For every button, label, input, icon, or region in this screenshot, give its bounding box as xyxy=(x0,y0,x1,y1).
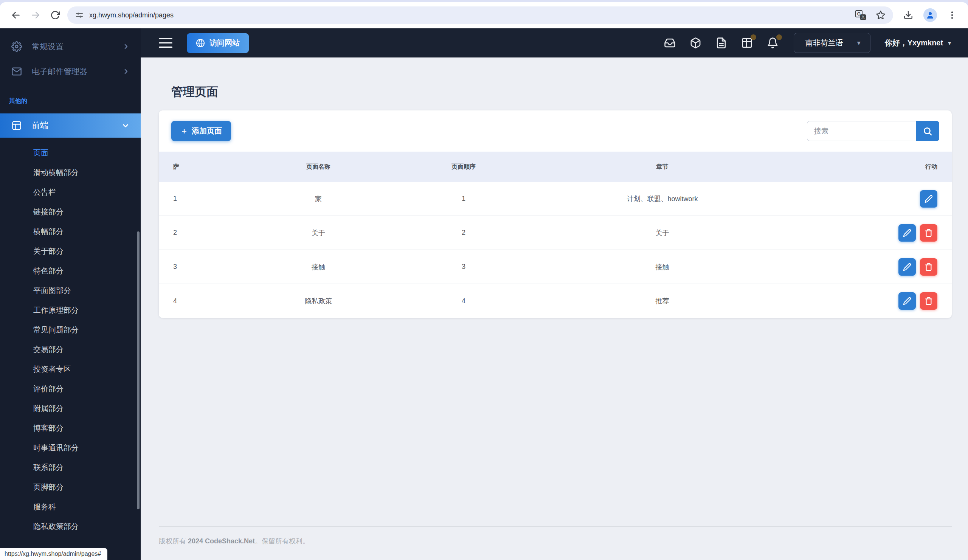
cell-sa: 2 xyxy=(173,229,250,237)
sidebar-subitem-1[interactable]: 滑动横幅部分 xyxy=(0,162,141,182)
edit-button[interactable] xyxy=(898,292,916,310)
sidebar-subitem-17[interactable]: 页脚部分 xyxy=(0,477,141,497)
download-icon[interactable] xyxy=(903,10,913,20)
sidebar-subitem-11[interactable]: 投资者专区 xyxy=(0,359,141,379)
content-spacer xyxy=(159,318,952,526)
sidebar-subitem-9[interactable]: 常见问题部分 xyxy=(0,320,141,340)
cell-name: 隐私政策 xyxy=(250,297,387,305)
profile-avatar[interactable] xyxy=(923,8,937,22)
sidebar-scrollbar[interactable] xyxy=(137,231,139,509)
sidebar-subitem-16[interactable]: 联系部分 xyxy=(0,457,141,477)
pages-card: ＋ 添加页面 萨 页面名称 页面顺序 xyxy=(159,110,952,318)
globe-icon xyxy=(196,38,205,48)
app: 常规设置 电子邮件管理器 其他的 前端 页面滑动横幅部分公告栏链接部分横幅部分关… xyxy=(0,28,968,560)
browser-menu-icon[interactable] xyxy=(947,10,957,20)
page-footer: 版权所有 2024 CodeShack.Net。保留所有权利。 xyxy=(159,526,952,560)
search-icon xyxy=(923,126,932,136)
sidebar-item-frontend[interactable]: 前端 xyxy=(0,113,141,138)
sidebar-subitem-15[interactable]: 时事通讯部分 xyxy=(0,438,141,457)
notification-dot xyxy=(751,35,756,40)
edit-button[interactable] xyxy=(920,190,937,207)
sidebar-subitem-3[interactable]: 链接部分 xyxy=(0,202,141,222)
table-row: 2关于2关于 xyxy=(159,216,952,250)
cell-name: 家 xyxy=(250,194,387,204)
sidebar-subitem-12[interactable]: 评价部分 xyxy=(0,379,141,399)
sidebar-item-label: 电子邮件管理器 xyxy=(32,66,87,77)
sidebar-subitem-10[interactable]: 交易部分 xyxy=(0,340,141,359)
forward-icon[interactable] xyxy=(31,10,40,20)
cell-name: 接触 xyxy=(250,262,387,272)
sidebar-subitem-0[interactable]: 页面 xyxy=(0,143,141,162)
sidebar-subitem-7[interactable]: 平面图部分 xyxy=(0,280,141,300)
sidebar-section-label: 其他的 xyxy=(9,97,141,105)
cell-name: 关于 xyxy=(250,229,387,237)
bookmark-star-icon[interactable] xyxy=(876,10,885,20)
cell-actions xyxy=(785,258,937,276)
cell-sa: 3 xyxy=(173,263,250,271)
cell-sa: 1 xyxy=(173,195,250,203)
sidebar-subitem-13[interactable]: 附属部分 xyxy=(0,399,141,418)
package-icon[interactable] xyxy=(690,37,701,49)
cell-order: 2 xyxy=(387,229,540,237)
back-icon[interactable] xyxy=(11,10,21,20)
footer-suffix: 。保留所有权利。 xyxy=(255,537,309,545)
sidebar-subitem-14[interactable]: 博客部分 xyxy=(0,418,141,438)
sidebar-subitem-18[interactable]: 服务科 xyxy=(0,497,141,517)
site-info-icon[interactable] xyxy=(75,11,84,20)
cell-order: 4 xyxy=(387,297,540,305)
table-row: 3接触3接触 xyxy=(159,250,952,284)
edit-button[interactable] xyxy=(898,224,916,242)
url-text[interactable]: xg.hwym.shop/admin/pages xyxy=(89,12,174,19)
visit-site-label: 访问网站 xyxy=(209,38,240,48)
sidebar: 常规设置 电子邮件管理器 其他的 前端 页面滑动横幅部分公告栏链接部分横幅部分关… xyxy=(0,28,141,560)
sidebar-subitem-2[interactable]: 公告栏 xyxy=(0,182,141,202)
cell-sa: 4 xyxy=(173,297,250,305)
content-area: 管理页面 ＋ 添加页面 xyxy=(141,58,968,560)
browser-toolbar: xg.hwym.shop/admin/pages G文 xyxy=(0,2,968,28)
bell-icon[interactable] xyxy=(767,37,779,49)
edit-icon xyxy=(925,195,933,203)
navbar-right: 南非荷兰语 ▼ 你好，Yxymknet ▼ xyxy=(650,33,952,53)
inbox-icon[interactable] xyxy=(664,37,676,49)
status-bar-url: https://xg.hwym.shop/admin/pages# xyxy=(0,548,108,560)
reload-icon[interactable] xyxy=(50,10,60,20)
cell-section: 推荐 xyxy=(540,297,785,305)
sidebar-subitem-4[interactable]: 横幅部分 xyxy=(0,222,141,241)
pages-layout-icon[interactable] xyxy=(741,37,753,49)
mail-icon xyxy=(12,66,22,77)
footer-brand: 2024 CodeShack.Net xyxy=(188,537,255,545)
sidebar-item-general-settings[interactable]: 常规设置 xyxy=(0,36,141,56)
sidebar-subitem-5[interactable]: 关于部分 xyxy=(0,241,141,261)
delete-button[interactable] xyxy=(920,258,937,276)
cell-actions xyxy=(785,292,937,310)
search-button[interactable] xyxy=(916,121,939,141)
user-menu[interactable]: 你好，Yxymknet ▼ xyxy=(885,38,952,48)
delete-button[interactable] xyxy=(920,292,937,310)
chevron-down-icon xyxy=(122,122,129,129)
table-row: 4隐私政策4推荐 xyxy=(159,284,952,318)
edit-button[interactable] xyxy=(898,258,916,276)
url-bar[interactable]: xg.hwym.shop/admin/pages G文 xyxy=(67,7,893,24)
admin-navbar: 访问网站 xyxy=(141,28,968,58)
sidebar-subitem-8[interactable]: 工作原理部分 xyxy=(0,300,141,320)
browser-chrome: xg.hwym.shop/admin/pages G文 xyxy=(0,0,968,28)
sidebar-subitem-6[interactable]: 特色部分 xyxy=(0,261,141,280)
translate-icon[interactable]: G文 xyxy=(855,10,866,20)
document-icon[interactable] xyxy=(715,37,727,49)
add-page-button[interactable]: ＋ 添加页面 xyxy=(171,121,231,141)
cell-section: 计划、联盟、howitwork xyxy=(540,194,785,204)
language-value: 南非荷兰语 xyxy=(806,38,843,48)
delete-button[interactable] xyxy=(920,224,937,242)
trash-icon xyxy=(925,263,933,271)
sidebar-item-email-manager[interactable]: 电子邮件管理器 xyxy=(0,61,141,81)
search-input[interactable] xyxy=(807,121,916,141)
edit-icon xyxy=(903,297,911,305)
hamburger-menu-icon[interactable] xyxy=(159,38,172,48)
col-header-actions: 行动 xyxy=(785,163,937,171)
cell-order: 1 xyxy=(387,195,540,203)
sidebar-subitem-19[interactable]: 隐私政策部分 xyxy=(0,517,141,536)
cell-actions xyxy=(785,224,937,242)
visit-site-button[interactable]: 访问网站 xyxy=(187,33,249,53)
sidebar-submenu: 页面滑动横幅部分公告栏链接部分横幅部分关于部分特色部分平面图部分工作原理部分常见… xyxy=(0,138,141,536)
language-select[interactable]: 南非荷兰语 ▼ xyxy=(794,33,870,53)
